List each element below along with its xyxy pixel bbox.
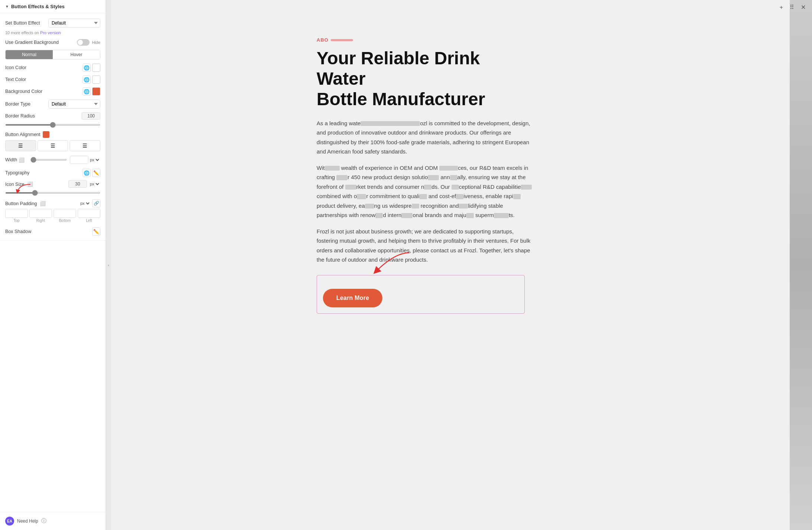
border-radius-row: Border Radius 100 bbox=[5, 111, 100, 130]
box-shadow-row: Box Shadow ✏️ bbox=[5, 226, 100, 237]
canvas-area: + ⠿ ✕ ABO Your Reliable Drink Water Bott… bbox=[111, 0, 812, 530]
border-radius-label: Border Radius bbox=[5, 113, 35, 119]
bg-color-globe-icon[interactable]: 🌐 bbox=[83, 87, 91, 96]
learn-more-button[interactable]: Learn More bbox=[323, 289, 382, 307]
pro-version-link[interactable]: Pro version bbox=[40, 30, 61, 35]
padding-top-label: Top bbox=[5, 219, 28, 223]
gradient-label: Use Gradient Background bbox=[5, 40, 59, 45]
para1: As a leading wateozl is committed to the… bbox=[317, 119, 532, 156]
gradient-toggle[interactable] bbox=[77, 39, 90, 46]
align-left-button[interactable]: ☰ bbox=[5, 140, 36, 151]
right-image-strip bbox=[790, 0, 812, 530]
icon-color-label: Icon Color bbox=[5, 65, 26, 70]
panel-title: Button Effects & Styles bbox=[11, 4, 65, 9]
btn-outline-container: Learn More bbox=[317, 275, 525, 314]
pro-note: 10 more effects on Pro version bbox=[5, 30, 100, 37]
border-type-row: Border Type Default bbox=[5, 97, 100, 111]
tab-hover[interactable]: Hover bbox=[53, 50, 100, 59]
icon-size-slider[interactable] bbox=[5, 192, 100, 194]
align-center-button[interactable]: ☰ bbox=[38, 140, 68, 151]
padding-bottom-input[interactable] bbox=[54, 209, 76, 218]
set-button-effect-label: Set Button Effect bbox=[5, 20, 48, 26]
border-type-dropdown[interactable]: Default bbox=[48, 100, 100, 109]
learn-more-container: Learn More bbox=[317, 275, 525, 314]
button-alignment-label: Button Alignment bbox=[5, 131, 100, 138]
tab-normal[interactable]: Normal bbox=[6, 50, 53, 59]
typography-label: Typography bbox=[5, 170, 29, 175]
button-alignment-row: Button Alignment ☰ ☰ ☰ bbox=[5, 130, 100, 154]
text-color-swatch[interactable] bbox=[92, 75, 100, 84]
need-help-label: Need Help bbox=[17, 518, 38, 524]
width-slider[interactable] bbox=[30, 159, 67, 161]
need-help-section[interactable]: EA Need Help ⓘ bbox=[0, 512, 106, 530]
typography-row: Typography 🌐 ✏️ bbox=[5, 167, 100, 179]
bg-color-label: Background Color bbox=[5, 89, 42, 94]
padding-right-label: Right bbox=[29, 219, 52, 223]
box-shadow-edit-icon[interactable]: ✏️ bbox=[92, 227, 100, 236]
icon-size-label-row: Icon Size ⬜ 30 px bbox=[5, 180, 100, 188]
text-color-controls: 🌐 bbox=[83, 75, 100, 84]
border-radius-slider[interactable] bbox=[5, 124, 100, 126]
ea-badge: EA bbox=[5, 517, 14, 526]
icon-color-controls: 🌐 bbox=[83, 64, 100, 72]
left-panel: ▼ Button Effects & Styles Set Button Eff… bbox=[0, 0, 106, 530]
about-tag: ABO bbox=[317, 37, 606, 43]
bg-color-swatch[interactable] bbox=[92, 87, 100, 96]
typography-edit-icon[interactable]: ✏️ bbox=[92, 169, 100, 177]
about-tag-bar bbox=[331, 39, 353, 41]
border-type-label: Border Type bbox=[5, 101, 48, 107]
padding-link-icon[interactable]: 🔗 bbox=[92, 199, 100, 207]
text-color-label: Text Color bbox=[5, 77, 26, 82]
canvas-top-bar: + ⠿ ✕ bbox=[773, 0, 812, 14]
button-padding-label: Button Padding ⬜ bbox=[5, 201, 46, 206]
text-color-globe-icon[interactable]: 🌐 bbox=[83, 75, 91, 84]
typography-globe-icon[interactable]: 🌐 bbox=[83, 169, 91, 177]
icon-size-row: Icon Size ⬜ 30 px bbox=[5, 179, 100, 198]
button-effect-section: Set Button Effect Default 10 more effect… bbox=[0, 13, 106, 241]
padding-unit-select[interactable]: px bbox=[79, 201, 91, 206]
border-radius-value[interactable]: 100 bbox=[82, 112, 100, 120]
canvas-dots-button[interactable]: ⠿ bbox=[788, 3, 796, 12]
align-buttons: ☰ ☰ ☰ bbox=[5, 140, 100, 151]
padding-label-row: Button Padding ⬜ px 🔗 bbox=[5, 199, 100, 207]
width-input[interactable] bbox=[70, 156, 88, 164]
icon-color-swatch[interactable] bbox=[92, 64, 100, 72]
para3: Frozl is not just about business growth;… bbox=[317, 227, 532, 265]
set-button-effect-row: Set Button Effect Default bbox=[5, 16, 100, 30]
icon-color-row: Icon Color 🌐 bbox=[5, 62, 100, 74]
padding-sub-labels: Top Right Bottom Left bbox=[5, 219, 100, 223]
icon-size-unit-select[interactable]: px bbox=[88, 181, 100, 187]
chevron-icon: ▼ bbox=[5, 4, 9, 9]
padding-top-input[interactable] bbox=[5, 209, 28, 218]
typography-controls: 🌐 ✏️ bbox=[83, 169, 100, 177]
set-button-effect-dropdown[interactable]: Default bbox=[48, 19, 100, 28]
icon-color-globe-icon[interactable]: 🌐 bbox=[83, 64, 91, 72]
canvas-add-button[interactable]: + bbox=[778, 3, 785, 12]
toggle-hide-text: Hide bbox=[92, 40, 100, 45]
collapse-handle[interactable]: ‹ bbox=[106, 0, 111, 530]
icon-size-label: Icon Size ⬜ bbox=[5, 181, 33, 187]
width-row: Width ⬜ px % bbox=[5, 154, 100, 167]
gradient-toggle-row: Use Gradient Background Hide bbox=[5, 37, 100, 48]
canvas-close-button[interactable]: ✕ bbox=[799, 3, 808, 12]
question-icon: ⓘ bbox=[41, 518, 46, 524]
para2: Wit wealth of experience in OEM and ODM … bbox=[317, 163, 532, 220]
panel-header: ▼ Button Effects & Styles bbox=[0, 0, 106, 13]
padding-right-input[interactable] bbox=[29, 209, 52, 218]
button-padding-row: Button Padding ⬜ px 🔗 Top Right bbox=[5, 198, 100, 226]
border-radius-label-row: Border Radius 100 bbox=[5, 112, 100, 120]
padding-bottom-label: Bottom bbox=[54, 219, 76, 223]
padding-left-input[interactable] bbox=[78, 209, 100, 218]
alignment-indicator bbox=[43, 131, 49, 138]
align-right-button[interactable]: ☰ bbox=[69, 140, 100, 151]
normal-hover-tabs: Normal Hover bbox=[5, 50, 100, 59]
gradient-toggle-switch[interactable]: Hide bbox=[77, 39, 100, 46]
width-label: Width ⬜ bbox=[5, 157, 28, 163]
width-unit-select[interactable]: px % bbox=[88, 157, 100, 162]
icon-size-value[interactable]: 30 bbox=[68, 180, 87, 188]
box-shadow-label: Box Shadow bbox=[5, 229, 31, 234]
page-content: ABO Your Reliable Drink Water Bottle Man… bbox=[294, 22, 629, 329]
padding-left-label: Left bbox=[78, 219, 100, 223]
main-heading: Your Reliable Drink Water Bottle Manufac… bbox=[317, 48, 525, 110]
bg-color-controls: 🌐 bbox=[83, 87, 100, 96]
